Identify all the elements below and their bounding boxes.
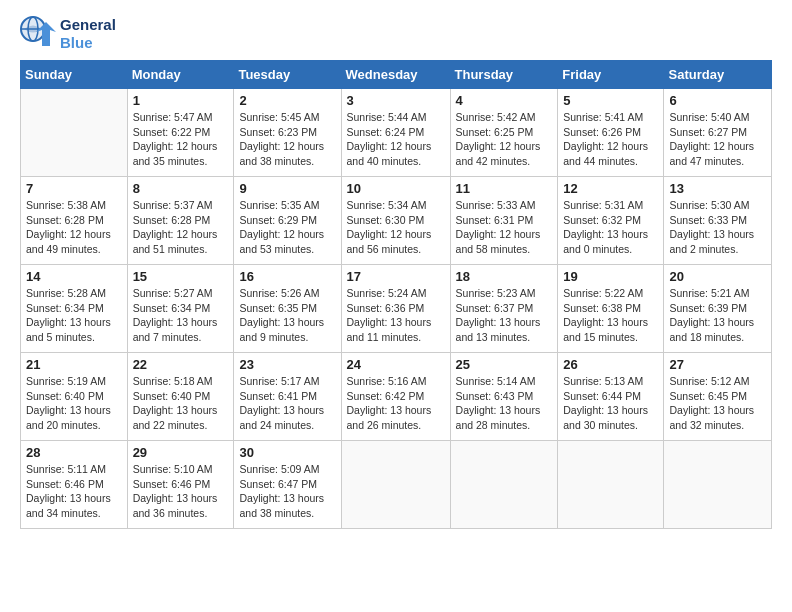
day-info: Sunrise: 5:21 AM Sunset: 6:39 PM Dayligh… xyxy=(669,286,766,345)
day-number: 2 xyxy=(239,93,335,108)
logo-line1: General xyxy=(60,16,116,34)
day-number: 29 xyxy=(133,445,229,460)
day-number: 3 xyxy=(347,93,445,108)
day-info: Sunrise: 5:47 AM Sunset: 6:22 PM Dayligh… xyxy=(133,110,229,169)
calendar-cell xyxy=(664,441,772,529)
day-info: Sunrise: 5:13 AM Sunset: 6:44 PM Dayligh… xyxy=(563,374,658,433)
day-number: 19 xyxy=(563,269,658,284)
calendar-cell: 6Sunrise: 5:40 AM Sunset: 6:27 PM Daylig… xyxy=(664,89,772,177)
calendar-table: SundayMondayTuesdayWednesdayThursdayFrid… xyxy=(20,60,772,529)
weekday-header-wednesday: Wednesday xyxy=(341,61,450,89)
day-number: 10 xyxy=(347,181,445,196)
calendar-cell: 13Sunrise: 5:30 AM Sunset: 6:33 PM Dayli… xyxy=(664,177,772,265)
calendar-cell: 19Sunrise: 5:22 AM Sunset: 6:38 PM Dayli… xyxy=(558,265,664,353)
calendar-cell: 14Sunrise: 5:28 AM Sunset: 6:34 PM Dayli… xyxy=(21,265,128,353)
general-blue-logo-icon xyxy=(20,16,56,52)
day-info: Sunrise: 5:09 AM Sunset: 6:47 PM Dayligh… xyxy=(239,462,335,521)
calendar-cell: 4Sunrise: 5:42 AM Sunset: 6:25 PM Daylig… xyxy=(450,89,558,177)
day-info: Sunrise: 5:19 AM Sunset: 6:40 PM Dayligh… xyxy=(26,374,122,433)
weekday-header-tuesday: Tuesday xyxy=(234,61,341,89)
day-number: 21 xyxy=(26,357,122,372)
day-number: 25 xyxy=(456,357,553,372)
logo-line2: Blue xyxy=(60,34,116,52)
day-info: Sunrise: 5:27 AM Sunset: 6:34 PM Dayligh… xyxy=(133,286,229,345)
calendar-cell: 16Sunrise: 5:26 AM Sunset: 6:35 PM Dayli… xyxy=(234,265,341,353)
calendar-cell: 26Sunrise: 5:13 AM Sunset: 6:44 PM Dayli… xyxy=(558,353,664,441)
day-number: 14 xyxy=(26,269,122,284)
calendar-cell: 3Sunrise: 5:44 AM Sunset: 6:24 PM Daylig… xyxy=(341,89,450,177)
day-number: 13 xyxy=(669,181,766,196)
day-number: 5 xyxy=(563,93,658,108)
calendar-cell: 28Sunrise: 5:11 AM Sunset: 6:46 PM Dayli… xyxy=(21,441,128,529)
day-number: 26 xyxy=(563,357,658,372)
day-number: 23 xyxy=(239,357,335,372)
day-number: 30 xyxy=(239,445,335,460)
calendar-cell: 1Sunrise: 5:47 AM Sunset: 6:22 PM Daylig… xyxy=(127,89,234,177)
day-number: 28 xyxy=(26,445,122,460)
day-info: Sunrise: 5:22 AM Sunset: 6:38 PM Dayligh… xyxy=(563,286,658,345)
calendar-cell: 15Sunrise: 5:27 AM Sunset: 6:34 PM Dayli… xyxy=(127,265,234,353)
day-info: Sunrise: 5:40 AM Sunset: 6:27 PM Dayligh… xyxy=(669,110,766,169)
day-number: 4 xyxy=(456,93,553,108)
calendar-cell xyxy=(450,441,558,529)
day-info: Sunrise: 5:37 AM Sunset: 6:28 PM Dayligh… xyxy=(133,198,229,257)
calendar-cell xyxy=(558,441,664,529)
calendar-cell: 30Sunrise: 5:09 AM Sunset: 6:47 PM Dayli… xyxy=(234,441,341,529)
day-number: 22 xyxy=(133,357,229,372)
day-info: Sunrise: 5:44 AM Sunset: 6:24 PM Dayligh… xyxy=(347,110,445,169)
weekday-header-saturday: Saturday xyxy=(664,61,772,89)
day-number: 27 xyxy=(669,357,766,372)
day-info: Sunrise: 5:16 AM Sunset: 6:42 PM Dayligh… xyxy=(347,374,445,433)
calendar-cell: 10Sunrise: 5:34 AM Sunset: 6:30 PM Dayli… xyxy=(341,177,450,265)
day-info: Sunrise: 5:34 AM Sunset: 6:30 PM Dayligh… xyxy=(347,198,445,257)
day-number: 1 xyxy=(133,93,229,108)
day-info: Sunrise: 5:31 AM Sunset: 6:32 PM Dayligh… xyxy=(563,198,658,257)
day-number: 20 xyxy=(669,269,766,284)
day-info: Sunrise: 5:33 AM Sunset: 6:31 PM Dayligh… xyxy=(456,198,553,257)
calendar-cell: 18Sunrise: 5:23 AM Sunset: 6:37 PM Dayli… xyxy=(450,265,558,353)
weekday-header-monday: Monday xyxy=(127,61,234,89)
day-info: Sunrise: 5:11 AM Sunset: 6:46 PM Dayligh… xyxy=(26,462,122,521)
calendar-cell: 21Sunrise: 5:19 AM Sunset: 6:40 PM Dayli… xyxy=(21,353,128,441)
calendar-cell: 11Sunrise: 5:33 AM Sunset: 6:31 PM Dayli… xyxy=(450,177,558,265)
day-number: 8 xyxy=(133,181,229,196)
calendar-cell: 24Sunrise: 5:16 AM Sunset: 6:42 PM Dayli… xyxy=(341,353,450,441)
weekday-header-thursday: Thursday xyxy=(450,61,558,89)
day-info: Sunrise: 5:26 AM Sunset: 6:35 PM Dayligh… xyxy=(239,286,335,345)
day-number: 7 xyxy=(26,181,122,196)
calendar-cell: 20Sunrise: 5:21 AM Sunset: 6:39 PM Dayli… xyxy=(664,265,772,353)
day-info: Sunrise: 5:45 AM Sunset: 6:23 PM Dayligh… xyxy=(239,110,335,169)
logo: General Blue xyxy=(20,16,116,52)
calendar-cell: 27Sunrise: 5:12 AM Sunset: 6:45 PM Dayli… xyxy=(664,353,772,441)
calendar-cell: 23Sunrise: 5:17 AM Sunset: 6:41 PM Dayli… xyxy=(234,353,341,441)
calendar-cell: 8Sunrise: 5:37 AM Sunset: 6:28 PM Daylig… xyxy=(127,177,234,265)
day-info: Sunrise: 5:35 AM Sunset: 6:29 PM Dayligh… xyxy=(239,198,335,257)
day-number: 9 xyxy=(239,181,335,196)
day-info: Sunrise: 5:10 AM Sunset: 6:46 PM Dayligh… xyxy=(133,462,229,521)
day-number: 12 xyxy=(563,181,658,196)
day-number: 17 xyxy=(347,269,445,284)
calendar-cell: 12Sunrise: 5:31 AM Sunset: 6:32 PM Dayli… xyxy=(558,177,664,265)
day-info: Sunrise: 5:41 AM Sunset: 6:26 PM Dayligh… xyxy=(563,110,658,169)
calendar-cell: 29Sunrise: 5:10 AM Sunset: 6:46 PM Dayli… xyxy=(127,441,234,529)
day-number: 18 xyxy=(456,269,553,284)
calendar-cell: 5Sunrise: 5:41 AM Sunset: 6:26 PM Daylig… xyxy=(558,89,664,177)
day-info: Sunrise: 5:24 AM Sunset: 6:36 PM Dayligh… xyxy=(347,286,445,345)
day-number: 6 xyxy=(669,93,766,108)
day-info: Sunrise: 5:28 AM Sunset: 6:34 PM Dayligh… xyxy=(26,286,122,345)
day-number: 15 xyxy=(133,269,229,284)
day-info: Sunrise: 5:30 AM Sunset: 6:33 PM Dayligh… xyxy=(669,198,766,257)
weekday-header-friday: Friday xyxy=(558,61,664,89)
calendar-cell xyxy=(341,441,450,529)
day-info: Sunrise: 5:18 AM Sunset: 6:40 PM Dayligh… xyxy=(133,374,229,433)
calendar-cell: 7Sunrise: 5:38 AM Sunset: 6:28 PM Daylig… xyxy=(21,177,128,265)
day-info: Sunrise: 5:38 AM Sunset: 6:28 PM Dayligh… xyxy=(26,198,122,257)
calendar-cell: 2Sunrise: 5:45 AM Sunset: 6:23 PM Daylig… xyxy=(234,89,341,177)
day-info: Sunrise: 5:42 AM Sunset: 6:25 PM Dayligh… xyxy=(456,110,553,169)
day-info: Sunrise: 5:14 AM Sunset: 6:43 PM Dayligh… xyxy=(456,374,553,433)
calendar-cell: 9Sunrise: 5:35 AM Sunset: 6:29 PM Daylig… xyxy=(234,177,341,265)
calendar-cell: 17Sunrise: 5:24 AM Sunset: 6:36 PM Dayli… xyxy=(341,265,450,353)
weekday-header-sunday: Sunday xyxy=(21,61,128,89)
day-info: Sunrise: 5:23 AM Sunset: 6:37 PM Dayligh… xyxy=(456,286,553,345)
calendar-cell xyxy=(21,89,128,177)
